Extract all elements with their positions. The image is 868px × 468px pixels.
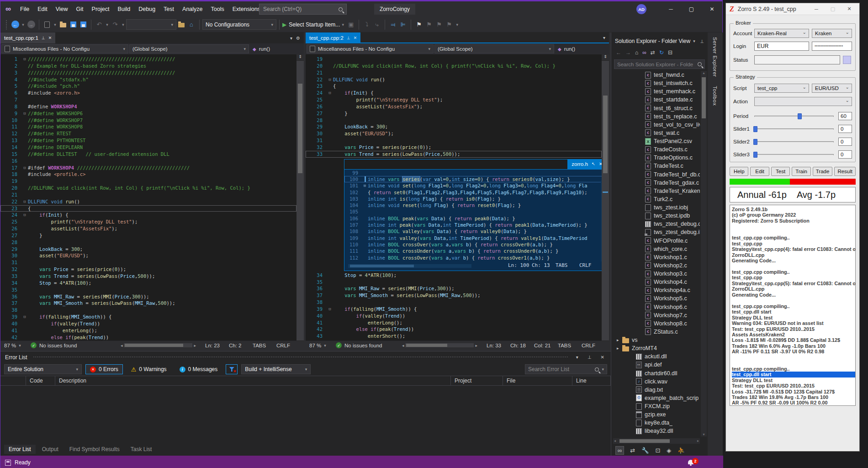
code-line-41[interactable]: 41 enterLong(); [0,327,296,334]
log-line[interactable]: Zorro S 2.49.1b [732,207,855,212]
view-dropdown-icon[interactable]: ▾ [693,39,695,43]
code-line-99[interactable]: 99 [344,170,602,176]
log-line[interactable] [732,264,855,269]
code-line-38[interactable]: 38 [0,307,296,314]
close-icon[interactable]: ✕ [599,355,606,360]
code-line-42[interactable]: 42 else if(peak(Trend)) [0,334,296,340]
new-file-dropdown[interactable]: ▾ [53,20,58,30]
fold-icon[interactable]: ⊟ [327,76,333,83]
tree-item-WFOProfile.c[interactable]: WFOProfile.c [611,237,700,245]
code-line-29[interactable]: 29 LookBack = 300; [306,123,602,130]
log-line[interactable]: test_cpp.cpp compiling.. [732,366,855,372]
tree-item-test_memhack.c[interactable]: test_memhack.c [611,87,700,96]
undo-button[interactable]: ↶ [95,20,104,30]
home-icon[interactable]: ⌂ [635,49,638,56]
minimize-button[interactable]: ─ [810,6,823,12]
code-line-26[interactable]: 26 assetList("AssetsFix"); [306,103,602,110]
asset-dropdown[interactable]: EUR/USD [812,84,852,93]
code-line-38[interactable]: 38 [306,299,602,306]
fold-icon[interactable]: ⊟ [21,212,28,218]
code-line-34[interactable]: 34 Stop = 4*ATR(100); [0,280,296,287]
breadcrumb-member[interactable]: ◆ run() [555,44,608,53]
window-position-icon[interactable]: ▾ [574,355,580,360]
log-line[interactable]: Strategy\test_cpp.cpp(5): fatal error C1… [732,281,855,286]
column-description[interactable]: Description [55,376,451,385]
pin-icon[interactable]: ⊥ [42,36,45,40]
code-line-3[interactable]: 3///////////////////////////////////////… [0,69,296,76]
scope-dropdown[interactable]: Entire Solution▾ [4,364,82,374]
fold-icon[interactable]: ⊟ [21,314,28,320]
code-line-107[interactable]: 107inline int peak(vars Data,int TimePer… [344,222,602,228]
code-line-21[interactable]: 21 [306,69,602,76]
code-editor-right[interactable]: 1920//DLLFUNC void click(int Row, int Co… [306,54,602,340]
log-line[interactable]: Warning 034: EUR/USD not in asset list [732,320,855,326]
back-icon[interactable]: ← [616,49,621,56]
log-output[interactable]: Zorro S 2.49.1b(c) oP group Germany 2022… [730,205,856,406]
tree-item-TradeOptions.c[interactable]: TradeOptions.c [611,154,700,162]
tree-item-test_intswitch.c[interactable]: test_intswitch.c [611,79,700,87]
code-line-17[interactable]: 17⊟#ifdef WORKSHOP4 ////////////////////… [0,165,296,171]
code-line-23[interactable]: 23{ [0,205,296,212]
code-line-33[interactable]: 33 vars Trend = series(LowPass(Price,500… [0,273,296,280]
tree-item-Workshop6.c[interactable]: Workshop6.c [611,303,700,311]
scrollbar-right-editor[interactable]: ⇕ [602,54,609,340]
tree-item-Workshop4a.c[interactable]: Workshop4a.c [611,286,700,294]
tree-item-chartdir60.dll[interactable]: chartdir60.dll [611,369,700,378]
code-line-27[interactable]: 27 } [0,232,296,239]
code-line-28[interactable]: 28 [306,117,602,124]
filter-button[interactable]: ✕ [226,364,238,374]
team-icon[interactable]: ⛹ [677,447,685,454]
slider3[interactable] [754,151,834,158]
code-line-7[interactable]: 7 [0,96,296,103]
step-over-button[interactable]: ⤵ [362,20,371,30]
code-line-39[interactable]: 39⊟ if(falling(MMI_Smooth)) { [0,314,296,320]
slider2-value[interactable]: 0 [838,138,852,146]
breadcrumb-scope[interactable]: (Global Scope)▾ [129,44,249,53]
log-line[interactable] [732,229,855,235]
code-editor-left[interactable]: 1⊟//////////////////////////////////////… [0,54,296,340]
tab-test-cpp-1[interactable]: test_cpp.cpp:1 ⊥ ✕ [0,32,55,43]
log-line[interactable]: test_cpp.cpp [732,241,855,246]
tree-item-test_vol_to_csv_liv[interactable]: test_vol_to_csv_liv [611,121,700,129]
switch-view-icon[interactable]: ⇄ [651,49,655,56]
menu-analyze[interactable]: Analyze [178,2,206,16]
toolbar-combo-empty[interactable]: ▾ [126,19,176,30]
code-line-43[interactable]: 43 enterShort(); [306,333,602,340]
fold-icon[interactable]: ⊟ [21,198,28,205]
tree-item-Turk2.c[interactable]: Turk2.c [611,195,700,203]
log-line[interactable]: Test: test_cpp EUR/USD 2010..2015 [732,326,855,332]
code-line-11[interactable]: 11//#define WORKSHOP8 [0,123,296,130]
clear-bookmarks-button[interactable]: ⚑ [445,20,454,30]
login-field[interactable]: EUR [754,42,809,51]
tree-item-tws_ztest.ipdb[interactable]: tws_ztest.ipdb [611,212,700,220]
save-button[interactable] [69,20,78,30]
new-file-button[interactable] [42,20,52,30]
attach-debugger-button[interactable]: ▣ [346,20,355,30]
undo-dropdown[interactable]: ▾ [105,20,110,30]
code-line-40[interactable]: 40 if(valley(Trend)) [306,313,602,319]
solution-name[interactable]: ZorroCoingy [374,4,415,15]
help-button[interactable]: Help [730,167,748,176]
log-line[interactable] [732,360,855,366]
result-button[interactable]: Result [834,167,856,176]
column-file[interactable]: File [503,376,572,385]
code-line-102[interactable]: 102{ return set0(Flag1,Flag2,Flag3,Flag4… [344,189,602,196]
tree-item-Workshop3.c[interactable]: Workshop3.c [611,270,700,278]
back-dropdown[interactable]: ▾ [21,20,26,30]
messages-toggle[interactable]: i0 Messages [175,364,222,374]
account-dropdown[interactable]: Kraken-Real [754,29,809,38]
pin-icon[interactable]: ⊥ [586,355,593,360]
code-line-18[interactable]: 18#include <profile.c> [0,171,296,178]
code-line-100[interactable]: 100inline vars series(var val=0,int size… [344,176,602,182]
maximize-button[interactable]: ▢ [681,1,702,17]
tree-item-FXCM.zip[interactable]: FXCM.zip [611,402,700,410]
menu-debug[interactable]: Debug [134,2,159,16]
code-line-23[interactable]: 23{ [306,83,602,90]
code-line-24[interactable]: 24⊟ if(Init) { [0,212,296,218]
code-line-4[interactable]: 4//#include "stdafx.h" [0,76,296,83]
code-line-1[interactable]: 1⊟//////////////////////////////////////… [0,56,296,63]
code-line-10[interactable]: 10//#define WORKSHOP7 [0,117,296,124]
chevron-right-icon[interactable]: ▸ [617,338,622,342]
scrollbar-left-editor[interactable]: ⇕ [296,54,304,340]
find-in-files-button[interactable] [177,20,186,30]
